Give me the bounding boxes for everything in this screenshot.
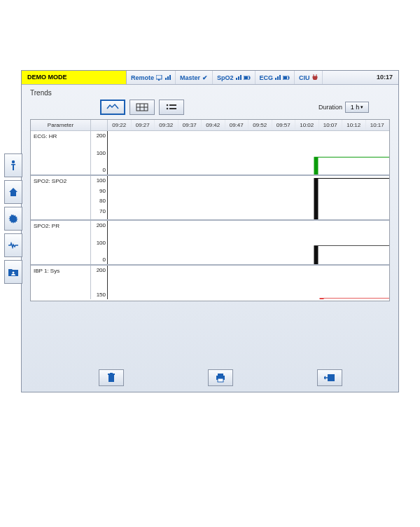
svg-rect-19 <box>169 108 176 109</box>
time-column: 09:47 <box>225 120 249 130</box>
signal-icon <box>236 75 241 80</box>
battery-icon <box>244 74 251 81</box>
y-axis-labels: 200150 <box>91 266 108 299</box>
gear-icon <box>8 214 18 224</box>
folder-person-icon <box>8 268 18 276</box>
plot-row: SPO2: PR2001000 <box>31 221 389 266</box>
export-icon <box>324 374 335 382</box>
plot-canvas[interactable] <box>108 176 389 219</box>
svg-rect-7 <box>249 76 251 78</box>
view-table-button[interactable] <box>130 100 155 115</box>
print-button[interactable] <box>208 369 233 386</box>
chart-header: Parameter 09:2209:2709:3209:3709:4209:47… <box>31 120 389 131</box>
plot-row: ECG: HR2001000 <box>31 131 389 176</box>
content: Trends Duration 1 h ▾ Parameter <box>22 85 398 392</box>
sidebar-patient-button[interactable] <box>4 153 22 177</box>
demo-mode-badge: DEMO MODE <box>22 71 127 84</box>
svg-rect-4 <box>156 75 162 79</box>
list-icon <box>165 103 178 111</box>
plots: ECG: HR2001000 SPO2: SPO2100908070 SPO2:… <box>31 131 389 301</box>
chevron-down-icon: ▾ <box>360 104 363 110</box>
time-column: 09:37 <box>178 120 202 130</box>
svg-point-16 <box>167 104 169 107</box>
clock: 10:17 <box>371 71 398 84</box>
delete-button[interactable] <box>99 369 124 386</box>
sidebar <box>4 153 22 284</box>
duration-select[interactable]: 1 h ▾ <box>345 102 369 113</box>
chart-line-icon <box>106 103 119 111</box>
time-column: 09:22 <box>108 120 132 130</box>
page-title: Trends <box>30 89 390 97</box>
time-column: 09:32 <box>155 120 178 130</box>
trash-icon <box>107 373 115 383</box>
plot-row: SPO2: SPO2100908070 <box>31 176 389 221</box>
patient-icon <box>9 160 18 171</box>
bottom-toolbar <box>22 369 398 386</box>
sidebar-settings-button[interactable] <box>4 207 22 231</box>
time-column: 09:57 <box>272 120 296 130</box>
time-column: 10:17 <box>366 120 390 130</box>
sidebar-waveform-button[interactable] <box>4 233 22 257</box>
topbar: DEMO MODE Remote Master ✔ SpO2 ECG CIU 1… <box>22 71 398 85</box>
topbar-item-ecg[interactable]: ECG <box>255 71 295 84</box>
svg-rect-26 <box>328 374 335 381</box>
svg-point-3 <box>13 272 15 274</box>
svg-rect-10 <box>288 76 290 78</box>
svg-point-18 <box>167 108 169 110</box>
chart-area: Parameter 09:2209:2709:3209:3709:4209:47… <box>30 119 390 301</box>
time-columns: 09:2209:2709:3209:3709:4209:4709:5209:57… <box>108 120 389 130</box>
svg-rect-11 <box>284 76 287 79</box>
svg-rect-22 <box>110 373 113 374</box>
time-column: 10:02 <box>295 120 319 130</box>
plot-row: IBP 1: Sys200150 <box>31 266 389 299</box>
topbar-item-master[interactable]: Master ✔ <box>176 71 213 84</box>
svg-rect-2 <box>11 164 15 165</box>
waveform-icon <box>8 242 18 249</box>
home-icon <box>8 187 18 197</box>
time-column: 09:42 <box>202 120 225 130</box>
svg-rect-20 <box>108 375 114 382</box>
time-column: 10:12 <box>342 120 366 130</box>
time-column: 09:52 <box>248 120 272 130</box>
topbar-item-remote[interactable]: Remote <box>127 71 176 84</box>
parameter-label: SPO2: SPO2 <box>31 176 91 219</box>
signal-icon <box>275 75 281 80</box>
plot-canvas[interactable] <box>108 131 389 174</box>
time-column: 09:27 <box>132 120 155 130</box>
parameter-label: ECG: HR <box>31 131 91 174</box>
printer-icon <box>216 373 225 383</box>
table-icon <box>136 103 148 111</box>
y-axis-labels: 100908070 <box>91 176 108 219</box>
view-toolbar: Duration 1 h ▾ <box>30 100 390 119</box>
svg-rect-17 <box>169 104 176 106</box>
svg-rect-8 <box>244 76 248 79</box>
sidebar-home-button[interactable] <box>4 180 22 204</box>
battery-icon <box>283 74 290 81</box>
svg-point-0 <box>12 160 15 163</box>
screen-icon <box>156 75 163 81</box>
app-window: DEMO MODE Remote Master ✔ SpO2 ECG CIU 1… <box>21 70 399 392</box>
parameter-label: IBP 1: Sys <box>31 266 91 299</box>
plot-canvas[interactable] <box>108 266 389 299</box>
duration-label: Duration <box>318 104 342 111</box>
parameter-header: Parameter <box>31 120 91 130</box>
plot-canvas[interactable] <box>108 221 389 264</box>
sidebar-records-button[interactable] <box>4 260 22 284</box>
parameter-label: SPO2: PR <box>31 221 91 264</box>
check-icon: ✔ <box>202 74 208 81</box>
export-button[interactable] <box>317 369 342 386</box>
y-axis-labels: 2001000 <box>91 131 108 174</box>
svg-rect-23 <box>218 374 223 376</box>
signal-icon <box>165 75 171 80</box>
plug-icon <box>312 74 318 81</box>
view-graph-button[interactable] <box>100 100 125 115</box>
topbar-item-ciu[interactable]: CIU <box>295 71 323 84</box>
time-column: 10:07 <box>319 120 343 130</box>
svg-rect-25 <box>218 378 223 382</box>
topbar-item-spo2[interactable]: SpO2 <box>213 71 255 84</box>
y-axis-labels: 2001000 <box>91 221 108 264</box>
svg-rect-5 <box>158 79 160 81</box>
view-list-button[interactable] <box>159 100 184 115</box>
